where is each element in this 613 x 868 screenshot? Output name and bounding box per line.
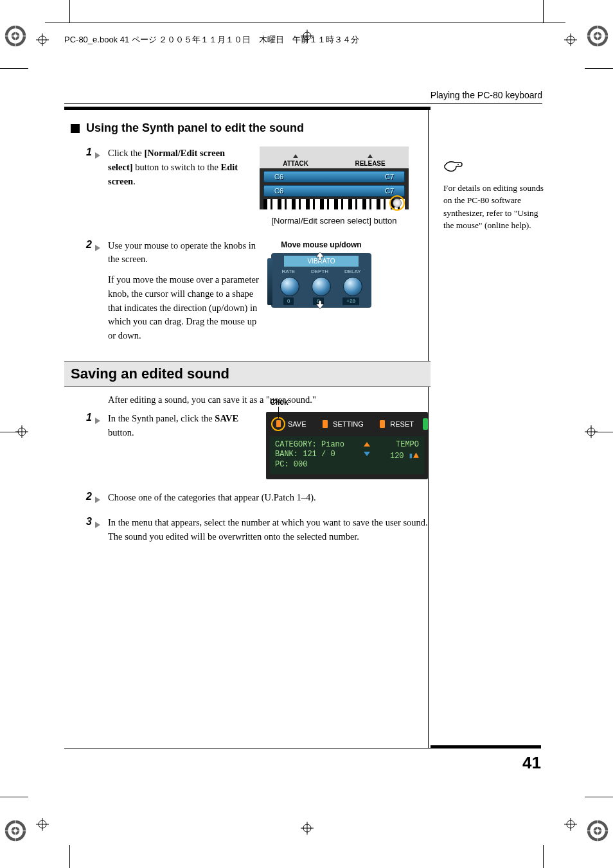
svg-point-3 <box>13 34 17 37</box>
step-number: 3 <box>86 516 100 527</box>
save-button-highlight-icon <box>271 417 285 431</box>
knob-icon <box>312 277 331 296</box>
figure-caption: [Normal/Edit screen select] button <box>260 215 409 227</box>
svg-point-13 <box>8 823 22 838</box>
triangle-down-icon <box>364 452 370 456</box>
arrow-up-icon <box>315 251 325 261</box>
step-number: 1 <box>86 412 100 423</box>
bottom-rule-right <box>431 745 541 748</box>
figure-normal-edit-select: ATTACK RELEASE C6C7 C6C7 <box>260 146 409 212</box>
svg-point-9 <box>596 34 599 37</box>
click-label: Click <box>270 396 289 408</box>
svg-point-36 <box>39 820 46 828</box>
step-number: 2 <box>86 491 100 502</box>
triangle-up-icon <box>364 442 370 447</box>
step-2-text: Use your mouse to operate the knobs in t… <box>108 239 260 343</box>
svg-point-21 <box>596 829 599 832</box>
registration-target-icon <box>586 24 609 48</box>
led-icon <box>323 420 328 428</box>
svg-point-0 <box>5 26 26 46</box>
registration-target-icon <box>586 819 609 842</box>
crosshair-icon <box>564 818 577 831</box>
section2-intro: After editing a sound, you can save it a… <box>64 394 431 405</box>
keyboard-icon <box>263 199 405 209</box>
section-heading-synth: Using the Synth panel to edit the sound <box>71 121 431 135</box>
step-number: 2 <box>86 239 100 251</box>
page-top-rule <box>45 22 565 22</box>
crosshair-icon <box>36 818 49 831</box>
svg-point-8 <box>594 32 602 40</box>
svg-point-27 <box>303 824 311 832</box>
svg-point-30 <box>39 36 46 44</box>
lcd-left: CATEGORY: Piano BANK: 121 / 0 PC: 000 <box>275 440 344 470</box>
side-note-text: For details on editing sounds on the PC-… <box>443 182 546 232</box>
save-step-1-text: In the Synth panel, click the SAVE butto… <box>108 412 254 440</box>
svg-point-18 <box>587 820 608 841</box>
metronome-icon: ▲ <box>413 450 419 461</box>
svg-point-14 <box>12 827 20 835</box>
step-1: 1 Click the [Normal/Edit screen select] … <box>64 146 431 227</box>
svg-point-42 <box>18 428 26 436</box>
svg-point-39 <box>567 820 574 828</box>
eye-icon <box>389 195 405 211</box>
registration-target-icon <box>4 819 27 842</box>
panel-edge-icon <box>423 418 428 430</box>
led-icon <box>380 420 385 428</box>
step-number: 1 <box>86 146 100 158</box>
doc-header: PC-80_e.book 41 ページ ２００５年１１月１０日 木曜日 午前１１… <box>64 34 359 46</box>
svg-point-1 <box>8 28 22 43</box>
crosshair-icon <box>15 425 28 438</box>
svg-point-12 <box>5 820 26 841</box>
save-step-2-text: Choose one of the categories that appear… <box>108 491 431 505</box>
square-bullet-icon <box>71 124 80 133</box>
arrow-down-icon <box>315 300 325 310</box>
save-step-2: 2 Choose one of the categories that appe… <box>64 491 431 505</box>
crosshair-icon <box>36 33 49 46</box>
crosshair-icon <box>301 822 314 835</box>
save-step-1: 1 In the Synth panel, click the SAVE but… <box>64 412 431 479</box>
step-2: 2 Use your mouse to operate the knobs in… <box>64 239 431 343</box>
section-heading-saving: Saving an edited sound <box>64 361 431 387</box>
knob-icon <box>343 277 362 296</box>
save-step-3: 3 In the menu that appears, select the n… <box>64 516 431 544</box>
main-content: Using the Synth panel to edit the sound … <box>64 107 431 556</box>
running-head: Playing the PC-80 keyboard <box>64 90 542 104</box>
svg-point-15 <box>13 829 17 832</box>
svg-point-45 <box>587 428 595 436</box>
svg-point-20 <box>594 827 602 835</box>
page-number: 41 <box>522 753 541 773</box>
crosshair-icon <box>564 33 577 46</box>
crosshair-icon <box>585 425 598 438</box>
memo-hand-icon <box>443 157 546 179</box>
svg-point-2 <box>12 32 20 40</box>
svg-point-19 <box>590 823 605 838</box>
figure-save-panel: SAVE SETTING RESET CATEGORY: Piano BANK:… <box>266 412 428 479</box>
svg-point-6 <box>587 26 608 46</box>
section-heading-text: Using the Synth panel to edit the sound <box>86 121 304 135</box>
svg-point-33 <box>567 36 574 44</box>
figure-vibrato-knobs: Move mouse up/down VIBRATO RATE DEPTH DE… <box>271 239 371 308</box>
svg-point-7 <box>590 28 605 43</box>
registration-target-icon <box>4 24 27 48</box>
svg-point-48 <box>458 164 459 165</box>
side-note: For details on editing sounds on the PC-… <box>443 157 546 232</box>
step-1-text: Click the [Normal/Edit screen select] bu… <box>108 146 248 188</box>
lcd-right: TEMPO 120 ▮▲ <box>390 440 419 470</box>
knob-icon <box>280 277 299 296</box>
save-step-3-text: In the menu that appears, select the num… <box>108 516 431 544</box>
bottom-rule-left <box>64 748 431 748</box>
